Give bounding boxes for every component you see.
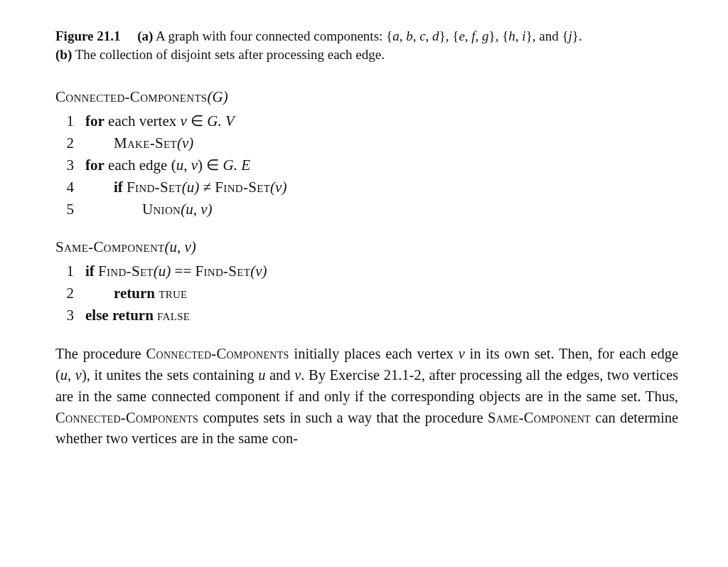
set-2: e, f, g (459, 28, 488, 43)
line-content: for each vertex v ∈ G. V (85, 110, 235, 132)
op-neq: ≠ (199, 179, 215, 196)
proc1-line-1: 1 for each vertex v ∈ G. V (55, 110, 678, 132)
proc1-line-2: 2 Make-Set(v) (55, 132, 678, 154)
call-make-set: Make-Set (114, 134, 177, 152)
procedure-1-title: Connected-Components(G) (55, 88, 678, 107)
procedure-2-body: 1 if Find-Set(u) == Find-Set(v) 2 return… (55, 260, 678, 327)
line-number: 1 (55, 260, 74, 282)
sep-3: }, and { (526, 28, 569, 43)
line-content: Make-Set(v) (85, 132, 193, 154)
call-arg: (u) (154, 263, 171, 280)
figure-label: Figure 21.1 (55, 28, 120, 43)
set-3: h, i (508, 28, 525, 43)
procedure-2-title: Same-Component(u, v) (55, 238, 678, 258)
line-content: Union(u, v) (85, 198, 212, 221)
proc1-line-4: 4 if Find-Set(u) ≠ Find-Set(v) (55, 176, 678, 198)
keyword-return: return (114, 285, 155, 302)
text: ∈ (187, 112, 208, 129)
line-number: 3 (55, 304, 74, 327)
part-a-close: }. (572, 28, 582, 43)
keyword-for: for (85, 112, 105, 129)
line-content: else return false (85, 304, 190, 327)
line-number: 4 (55, 176, 74, 198)
op-eq: == (171, 263, 195, 280)
var-v: v (294, 367, 301, 383)
figure-part-b-text: The collection of disjoint sets after pr… (72, 47, 385, 62)
text: , (183, 157, 191, 174)
call-arg: (v) (270, 179, 287, 196)
var-v: v (181, 112, 187, 129)
ref-same-component: Same-Component (488, 410, 591, 425)
ref-connected-components: Connected-Components (146, 346, 289, 361)
text: ), it unites the sets containing (82, 367, 258, 383)
call-find-set: Find-Set (215, 179, 270, 196)
proc2-line-2: 2 return true (55, 282, 678, 304)
keyword-return: return (112, 307, 154, 324)
call-union: Union (142, 201, 181, 218)
var-u: u (176, 157, 184, 174)
keyword-else: else (85, 307, 109, 324)
line-number: 2 (55, 132, 74, 154)
procedure-1-body: 1 for each vertex v ∈ G. V 2 Make-Set(v)… (55, 110, 678, 221)
line-number: 3 (55, 154, 74, 176)
figure-part-a-label: (a) (137, 28, 153, 43)
text: ) ∈ (198, 157, 223, 174)
figure-part-a-text-1: A graph with four connected components: … (153, 28, 392, 43)
keyword-if: if (114, 179, 123, 196)
line-number: 5 (55, 198, 74, 221)
text: computes sets in such a way that the pro… (198, 410, 488, 425)
page: Figure 21.1 (a) A graph with four connec… (0, 0, 728, 478)
text: and (265, 367, 294, 383)
line-content: if Find-Set(u) == Find-Set(v) (85, 260, 267, 282)
call-find-set: Find-Set (98, 263, 154, 280)
proc1-line-3: 3 for each edge (u, v) ∈ G. E (55, 154, 678, 176)
var-gv: G. V (207, 112, 235, 129)
line-content: return true (85, 282, 188, 304)
sep-1: }, { (439, 28, 459, 43)
text: The procedure (55, 346, 146, 361)
keyword-if: if (85, 263, 95, 280)
text: each edge ( (105, 157, 176, 174)
proc2-line-3: 3 else return false (55, 304, 678, 327)
var-v: v (191, 157, 198, 174)
call-arg: (u) (182, 179, 200, 196)
figure-part-b-label: (b) (55, 47, 72, 62)
call-arg: (v) (177, 134, 193, 152)
proc1-line-5: 5 Union(u, v) (55, 198, 678, 221)
procedure-1-args: (G) (208, 88, 228, 105)
text: each vertex (105, 112, 181, 129)
text: , (68, 367, 75, 383)
line-content: for each edge (u, v) ∈ G. E (85, 154, 250, 176)
procedure-2-name: Same-Component (55, 238, 165, 255)
line-content: if Find-Set(u) ≠ Find-Set(v) (85, 176, 287, 198)
text: initially places each vertex (289, 346, 459, 361)
figure-caption: Figure 21.1 (a) A graph with four connec… (55, 27, 678, 63)
line-number: 1 (55, 110, 74, 132)
const-false: false (157, 307, 190, 324)
line-number: 2 (55, 282, 74, 304)
set-1: a, b, c, d (392, 28, 439, 43)
call-find-set: Find-Set (127, 179, 182, 196)
sep-2: }, { (489, 28, 509, 43)
call-arg: (v) (250, 263, 267, 280)
var-v: v (459, 346, 465, 361)
var-u: u (60, 367, 68, 383)
var-v: v (75, 367, 82, 383)
var-u: u (258, 367, 265, 383)
body-paragraph: The procedure Connected-Components initi… (55, 344, 678, 450)
keyword-for: for (85, 157, 105, 174)
call-arg: (u, v) (181, 201, 212, 218)
var-ge: G. E (223, 157, 251, 174)
call-find-set: Find-Set (196, 263, 251, 280)
proc2-line-1: 1 if Find-Set(u) == Find-Set(v) (55, 260, 678, 282)
ref-connected-components: Connected-Components (55, 410, 198, 425)
procedure-2-args: (u, v) (165, 238, 196, 255)
procedure-1-name: Connected-Components (55, 88, 208, 105)
const-true: true (159, 285, 187, 302)
